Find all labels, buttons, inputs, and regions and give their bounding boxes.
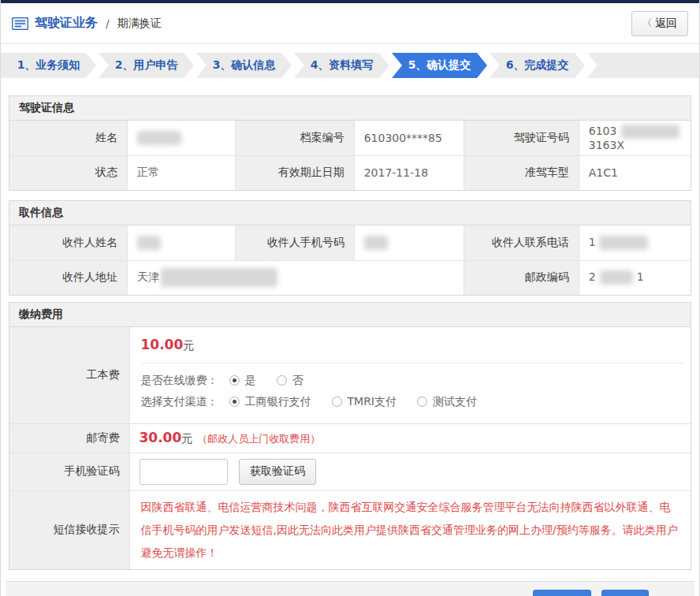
table-row: 姓名 档案编号 610300****85 驾驶证号码 61033163X (9, 121, 691, 155)
radio-unselected-icon[interactable] (417, 397, 427, 407)
step-2-user-declaration[interactable]: 2、用户申告 (99, 53, 194, 78)
pickup-info-table: 收件人姓名 收件人手机号码 收件人联系电话 1 收件人地址 天津 邮政编码 21 (9, 225, 691, 295)
radio-unselected-icon[interactable] (332, 397, 342, 407)
recipient-address-value: 天津 (127, 260, 464, 295)
license-number-value: 61033163X (579, 121, 691, 155)
vehicle-type-label: 准驾车型 (464, 155, 579, 190)
pickup-info-section-title: 取件信息 (9, 201, 691, 225)
vehicle-type-value: A1C1 (579, 155, 691, 190)
license-info-section: 驾驶证信息 姓名 档案编号 610300****85 驾驶证号码 6103316… (9, 95, 691, 191)
online-payment-yes-label: 是 (245, 374, 256, 388)
step-1-business-notice[interactable]: 1、业务须知 (1, 53, 96, 78)
payment-channel-question-row: 选择支付渠道： 工商银行支付 TMRI支付 测试支付 (141, 395, 690, 409)
sms-notice-text: 因陕西省联通、电信运营商技术问题，陕西省互联网交通安全综合服务管理平台无法向持陕… (140, 491, 691, 569)
production-fee-unit: 元 (183, 339, 194, 352)
previous-step-button[interactable]: 上一步 (533, 590, 591, 596)
step-nav: 1、业务须知 2、用户申告 3、确认信息 4、资料填写 5、确认提交 6、完成提… (1, 53, 699, 78)
status-label: 状态 (9, 155, 127, 190)
step-6-complete-submit[interactable]: 6、完成提交 (490, 53, 585, 78)
radio-unselected-icon[interactable] (277, 375, 287, 386)
license-info-table: 姓名 档案编号 610300****85 驾驶证号码 61033163X 状态 … (9, 121, 691, 190)
step-3-confirm-info[interactable]: 3、确认信息 (196, 53, 292, 78)
get-captcha-button[interactable]: 获取验证码 (239, 459, 316, 485)
table-row: 手机验证码 获取验证码 (9, 453, 691, 490)
redacted-recipient-address (161, 268, 277, 287)
redacted-recipient-name (137, 236, 161, 250)
license-number-prefix: 6103 (589, 125, 617, 137)
production-fee-amount: 10.00 (141, 337, 184, 352)
finish-button[interactable]: 完成 (601, 590, 649, 596)
fee-divider (141, 363, 684, 363)
payment-section-title: 缴纳费用 (9, 303, 691, 327)
recipient-address-prefix: 天津 (137, 270, 159, 283)
back-button-label: 返回 (655, 17, 677, 31)
breadcrumb-separator: / (106, 17, 110, 30)
online-payment-yes-radio[interactable]: 是 (229, 374, 256, 388)
recipient-mobile-label: 收件人手机号码 (236, 225, 354, 260)
postage-fee-label: 邮寄费 (9, 423, 129, 453)
redacted-license-number (621, 125, 680, 139)
online-payment-no-label: 否 (292, 374, 303, 388)
postcode-value: 21 (579, 260, 691, 295)
sms-notice-label: 短信接收提示 (9, 490, 129, 569)
postcode-prefix: 2 (589, 270, 596, 283)
channel-icbc-label: 工商银行支付 (245, 395, 311, 409)
step-5-confirm-submit[interactable]: 5、确认提交 (392, 53, 487, 78)
expiry-date-value: 2017-11-18 (354, 155, 464, 190)
table-row: 短信接收提示 因陕西省联通、电信运营商技术问题，陕西省互联网交通安全综合服务管理… (9, 490, 691, 569)
redacted-name-value (137, 131, 181, 145)
file-number-value: 610300****85 (354, 121, 464, 155)
license-info-section-title: 驾驶证信息 (9, 96, 691, 121)
channel-tmri-radio[interactable]: TMRI支付 (332, 395, 397, 409)
captcha-cell: 获取验证码 (129, 453, 691, 490)
redacted-recipient-phone (599, 236, 648, 250)
redacted-postcode (600, 270, 633, 285)
production-fee-label: 工本费 (9, 327, 129, 423)
table-row: 状态 正常 有效期止日期 2017-11-18 准驾车型 A1C1 (9, 155, 691, 190)
recipient-phone-prefix: 1 (589, 236, 596, 248)
step-4-fill-data[interactable]: 4、资料填写 (294, 53, 389, 78)
postcode-suffix: 1 (637, 270, 644, 283)
sms-notice-cell: 因陕西省联通、电信运营商技术问题，陕西省互联网交通安全综合服务管理平台无法向持陕… (129, 490, 691, 569)
status-value: 正常 (127, 155, 235, 190)
expiry-date-label: 有效期止日期 (236, 155, 354, 190)
channel-test-label: 测试支付 (433, 395, 477, 409)
table-row: 邮寄费 30.00元（邮政人员上门收取费用） (9, 423, 691, 453)
recipient-address-label: 收件人地址 (9, 260, 127, 295)
back-chevron-icon: 〈 (642, 17, 652, 30)
channel-test-radio[interactable]: 测试支付 (417, 395, 477, 409)
back-button[interactable]: 〈 返回 (631, 11, 688, 36)
table-row: 收件人姓名 收件人手机号码 收件人联系电话 1 (9, 225, 691, 260)
step-nav-filler (587, 53, 699, 78)
radio-selected-icon[interactable] (229, 397, 240, 407)
license-business-icon (12, 17, 28, 30)
online-payment-question-row: 是否在线缴费： 是 否 (141, 374, 690, 388)
payment-section: 缴纳费用 工本费 10.00元 是否在线缴费： 是 (9, 302, 691, 570)
channel-icbc-radio[interactable]: 工商银行支付 (229, 395, 311, 409)
payment-table: 工本费 10.00元 是否在线缴费： 是 (9, 327, 691, 569)
redacted-recipient-mobile (364, 236, 388, 250)
recipient-name-value (127, 225, 235, 260)
license-number-suffix: 3163X (589, 139, 624, 151)
breadcrumb-current: 期满换证 (117, 17, 162, 31)
page: 驾驶证业务 / 期满换证 〈 返回 1、业务须知 2、用户申告 3、确认信息 4… (0, 0, 700, 596)
name-value (127, 121, 235, 155)
table-row: 工本费 10.00元 是否在线缴费： 是 (9, 327, 691, 423)
recipient-phone-label: 收件人联系电话 (464, 225, 579, 260)
recipient-mobile-value (354, 225, 464, 260)
radio-selected-icon[interactable] (229, 375, 240, 386)
license-number-label: 驾驶证号码 (464, 121, 579, 155)
captcha-label: 手机验证码 (9, 453, 129, 490)
production-fee-amount-line: 10.00元 (141, 337, 690, 353)
channel-tmri-label: TMRI支付 (348, 395, 397, 409)
postage-fee-amount: 30.00 (140, 430, 182, 445)
name-label: 姓名 (9, 121, 127, 155)
captcha-input[interactable] (140, 459, 228, 485)
production-fee-cell: 10.00元 是否在线缴费： 是 否 (129, 327, 691, 423)
payment-channel-question: 选择支付渠道： (141, 395, 218, 409)
pickup-info-section: 取件信息 收件人姓名 收件人手机号码 收件人联系电话 1 收件人地址 天津 (9, 200, 691, 296)
online-payment-no-radio[interactable]: 否 (277, 374, 303, 388)
postage-fee-note: （邮政人员上门收取费用） (197, 433, 320, 445)
page-header: 驾驶证业务 / 期满换证 〈 返回 (1, 3, 699, 44)
online-payment-question: 是否在线缴费： (141, 374, 218, 388)
